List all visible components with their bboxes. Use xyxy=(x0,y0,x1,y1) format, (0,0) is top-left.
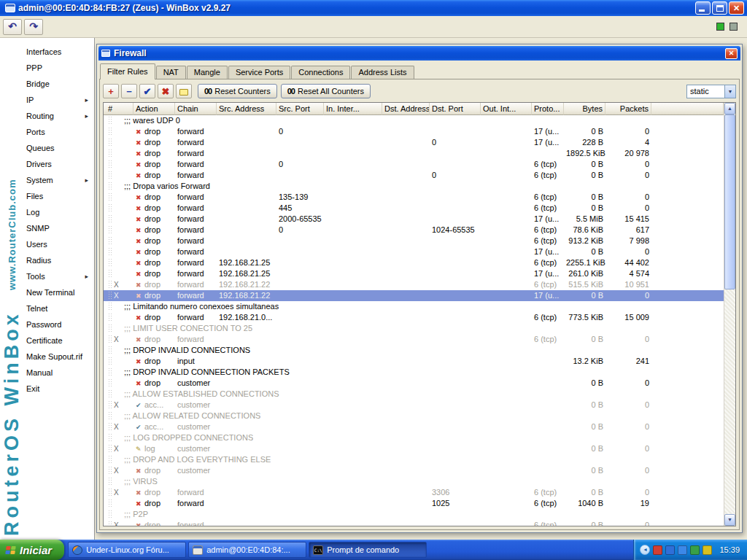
chart-icon[interactable] xyxy=(703,545,712,555)
sidebar-item-tools[interactable]: Tools▸ xyxy=(22,268,94,284)
add-rule-button[interactable]: + xyxy=(103,84,119,98)
sidebar-item-routing[interactable]: Routing▸ xyxy=(22,108,94,124)
sidebar-item-files[interactable]: Files xyxy=(22,188,94,204)
rule-row[interactable]: X✖dropcustomer0 B0 xyxy=(104,465,724,476)
scroll-down-button[interactable]: ▼ xyxy=(724,514,735,526)
antivirus-icon[interactable] xyxy=(653,545,662,555)
column-header-packets[interactable]: Packets xyxy=(605,103,651,115)
remove-rule-button[interactable]: − xyxy=(121,84,137,98)
close-button[interactable]: ✕ xyxy=(729,1,744,15)
rule-row[interactable]: X✖dropforward192.168.21.226 (tcp)515.5 K… xyxy=(104,279,724,290)
rule-row[interactable]: ✖dropforward2000-6553517 (u...5.5 MiB15 … xyxy=(104,214,724,225)
sidebar-item-exit[interactable]: Exit xyxy=(22,381,94,397)
sidebar-item-radius[interactable]: Radius xyxy=(22,252,94,268)
taskbar-button-under-linux-org-f-ru[interactable]: Under-Linux.org Fóru... xyxy=(68,542,186,558)
comment-row[interactable]: ;;; LIMIT USER CONECTION TO 25 xyxy=(104,323,724,334)
comment-button[interactable] xyxy=(176,84,192,98)
firewall-titlebar[interactable]: Firewall ✕ xyxy=(98,46,740,61)
column-header-in-inter[interactable]: In. Inter... xyxy=(324,103,382,115)
disable-rule-button[interactable]: ✖ xyxy=(158,84,174,98)
rule-row[interactable]: X✖dropforward33066 (tcp)0 B0 xyxy=(104,487,724,498)
column-header-src-address[interactable]: Src. Address xyxy=(217,103,276,115)
taskbar-button-prompt-de-comando[interactable]: C:\Prompt de comando xyxy=(309,542,427,558)
rule-row[interactable]: X✖dropforward6 (tcp)0 B0 xyxy=(104,334,724,345)
column-header-bytes[interactable]: Bytes xyxy=(564,103,605,115)
filter-dropdown[interactable]: static ▼ xyxy=(686,85,736,98)
rule-row[interactable]: X✖dropforward192.168.21.2217 (u...0 B0 xyxy=(104,290,724,301)
column-header-[interactable]: # xyxy=(104,103,133,115)
tab-address-lists[interactable]: Address Lists xyxy=(351,66,414,79)
comment-row[interactable]: ;;; ALLOW ESTABLISHED CONNECTIONS xyxy=(104,389,724,400)
rule-row[interactable]: ✖dropforward06 (tcp)0 B0 xyxy=(104,159,724,170)
network-status-icon[interactable] xyxy=(665,545,675,555)
sidebar-item-make-supout-rif[interactable]: Make Supout.rif xyxy=(22,349,94,365)
traffic-monitor-icon[interactable] xyxy=(690,545,700,555)
sidebar-item-drivers[interactable]: Drivers xyxy=(22,156,94,172)
tab-mangle[interactable]: Mangle xyxy=(187,66,228,79)
sidebar-item-password[interactable]: Password xyxy=(22,316,94,332)
rule-row[interactable]: ✖dropforward192.168.21.256 (tcp)2255.1 K… xyxy=(104,257,724,268)
comment-row[interactable]: ;;; LOG DROPPED CONNECTIONS xyxy=(104,432,724,443)
sidebar-item-interfaces[interactable]: Interfaces xyxy=(22,44,94,60)
column-header-proto[interactable]: Proto... xyxy=(532,103,564,115)
column-header-action[interactable]: Action xyxy=(133,103,175,115)
tab-filter-rules[interactable]: Filter Rules xyxy=(100,63,155,79)
firewall-close-button[interactable]: ✕ xyxy=(725,48,738,59)
vertical-scrollbar[interactable]: ▲ ▼ xyxy=(724,103,735,526)
rule-row[interactable]: ✖dropforward017 (u...0 B0 xyxy=(104,126,724,137)
sidebar-item-new-terminal[interactable]: New Terminal xyxy=(22,284,94,300)
taskbar-clock[interactable]: 15:39 xyxy=(719,545,740,554)
rule-row[interactable]: ✖dropforward192.168.21.2517 (u...261.0 K… xyxy=(104,268,724,279)
comment-row[interactable]: ;;; P2P xyxy=(104,509,724,520)
comment-row[interactable]: ;;; ALLOW RELATED CONNECTIONS xyxy=(104,411,724,421)
rule-row[interactable]: X✎logcustomer0 B0 xyxy=(104,443,724,454)
sidebar-item-system[interactable]: System▸ xyxy=(22,172,94,188)
rule-row[interactable]: ✖dropforward6 (tcp)913.2 KiB7 998 xyxy=(104,236,724,246)
sidebar-item-snmp[interactable]: SNMP xyxy=(22,220,94,236)
comment-row[interactable]: ;;; DROP INVALID CONNECTIONS xyxy=(104,345,724,356)
sidebar-item-ip[interactable]: IP▸ xyxy=(22,92,94,108)
sidebar-item-ports[interactable]: Ports xyxy=(22,124,94,140)
start-button[interactable]: Iniciar xyxy=(0,540,64,560)
minimize-button[interactable] xyxy=(695,1,711,15)
reset-counters-button[interactable]: 00Reset Counters xyxy=(198,84,277,98)
rule-row[interactable]: ✖dropforward06 (tcp)0 B0 xyxy=(104,170,724,181)
sidebar-item-manual[interactable]: Manual xyxy=(22,365,94,381)
rule-row[interactable]: ✖dropcustomer0 B0 xyxy=(104,378,724,389)
maximize-button[interactable] xyxy=(712,1,727,15)
undo-button[interactable]: ↶ xyxy=(3,19,22,35)
comment-row[interactable]: ;;; Limitando numero conexoes simultanea… xyxy=(104,301,724,312)
column-header-chain[interactable]: Chain xyxy=(175,103,217,115)
chevron-down-icon[interactable]: ▼ xyxy=(724,85,735,98)
tab-service-ports[interactable]: Service Ports xyxy=(228,66,290,79)
sidebar-item-queues[interactable]: Queues xyxy=(22,140,94,156)
tab-connections[interactable]: Connections xyxy=(291,66,350,79)
column-header-dst-address[interactable]: Dst. Address xyxy=(382,103,430,115)
rule-row[interactable]: ✖dropforward135-1396 (tcp)0 B0 xyxy=(104,192,724,203)
comment-row[interactable]: ;;; DROP AND LOG EVERYTHING ELSE xyxy=(104,454,724,465)
comment-row[interactable]: ;;; VIRUS xyxy=(104,476,724,487)
tab-nat[interactable]: NAT xyxy=(156,66,186,79)
rule-row[interactable]: ✖dropforward01024-655356 (tcp)78.6 KiB61… xyxy=(104,225,724,236)
rule-row[interactable]: X✔acc...customer0 B0 xyxy=(104,400,724,411)
rule-row[interactable]: ✖dropforward17 (u...0 B0 xyxy=(104,246,724,257)
sidebar-item-users[interactable]: Users xyxy=(22,236,94,252)
rule-row[interactable]: X✖dropforward6 (tcp)0 B0 xyxy=(104,520,724,526)
sidebar-item-certificate[interactable]: Certificate xyxy=(22,332,94,349)
hide-icons-chevron-icon[interactable]: ◂ xyxy=(640,545,650,555)
column-header-out-int[interactable]: Out. Int... xyxy=(481,103,532,115)
column-header-src-port[interactable]: Src. Port xyxy=(276,103,324,115)
comment-row[interactable]: ;;; wares UDP 0 xyxy=(104,115,724,126)
rule-row[interactable]: X✔acc...customer0 B0 xyxy=(104,421,724,432)
sidebar-item-ppp[interactable]: PPP xyxy=(22,60,94,76)
rule-row[interactable]: ✖dropforward1892.5 KiB20 978 xyxy=(104,148,724,159)
column-header-dst-port[interactable]: Dst. Port xyxy=(430,103,481,115)
rule-row[interactable]: ✖dropforward017 (u...228 B4 xyxy=(104,137,724,148)
redo-button[interactable]: ↷ xyxy=(24,19,43,35)
display-settings-icon[interactable] xyxy=(678,545,687,555)
sidebar-item-telnet[interactable]: Telnet xyxy=(22,300,94,316)
rule-row[interactable]: ✖dropforward10256 (tcp)1040 B19 xyxy=(104,498,724,509)
window-titlebar[interactable]: admin@00:E0:4D:84:FB:27 (Zeus) - WinBox … xyxy=(0,0,747,16)
comment-row[interactable]: ;;; Dropa varios Forward xyxy=(104,181,724,192)
sidebar-item-bridge[interactable]: Bridge xyxy=(22,76,94,92)
